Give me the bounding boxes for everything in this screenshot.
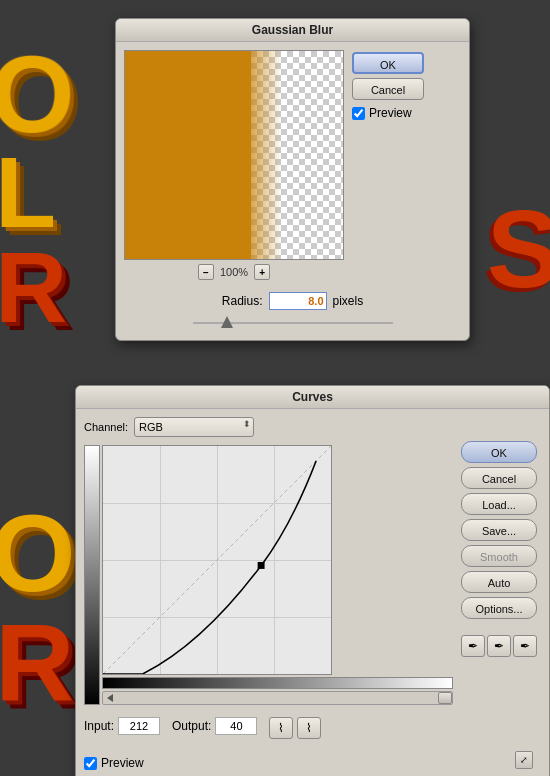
input-item: Input: xyxy=(84,713,160,739)
curves-scrollbar[interactable] xyxy=(102,691,453,705)
gaussian-blur-dialog: Gaussian Blur − 100% + OK xyxy=(115,18,470,341)
pixels-label: pixels xyxy=(333,294,364,308)
scroll-left-arrow xyxy=(107,694,113,702)
curves-right-panel: OK Cancel Load... Save... Smooth Auto Op… xyxy=(461,417,541,739)
eyedropper-row: ⌇ ⌇ xyxy=(269,717,321,739)
eyedropper-gray[interactable]: ✒ xyxy=(487,635,511,657)
curves-svg xyxy=(103,446,331,674)
gaussian-bottom-panel: Radius: pixels xyxy=(116,288,469,340)
zoom-level: 100% xyxy=(220,266,248,278)
gaussian-preview-canvas xyxy=(124,50,344,260)
radius-row: Radius: pixels xyxy=(124,292,461,310)
gaussian-preview-row: Preview xyxy=(352,106,424,120)
eyedropper-white[interactable]: ✒ xyxy=(513,635,537,657)
gaussian-blur-titlebar: Gaussian Blur xyxy=(116,19,469,42)
curves-options-button[interactable]: Options... xyxy=(461,597,537,619)
curve-btn-1[interactable]: ⌇ xyxy=(269,717,293,739)
curves-left-panel: Channel: RGB Red Green Blue xyxy=(84,417,453,739)
curves-body: Channel: RGB Red Green Blue xyxy=(76,409,549,747)
curves-load-button[interactable]: Load... xyxy=(461,493,537,515)
curves-ok-button[interactable]: OK xyxy=(461,441,537,463)
gaussian-preview-label: Preview xyxy=(369,106,412,120)
radius-slider[interactable] xyxy=(193,316,393,330)
input-output-row: Input: Output: ⌇ ⌇ xyxy=(84,713,453,739)
scroll-thumb[interactable] xyxy=(438,692,452,704)
zoom-controls: − 100% + xyxy=(124,264,344,280)
curves-save-button[interactable]: Save... xyxy=(461,519,537,541)
gradient-bar-horizontal xyxy=(102,677,453,689)
zoom-in-button[interactable]: + xyxy=(254,264,270,280)
channel-row: Channel: RGB Red Green Blue xyxy=(84,417,453,437)
curves-auto-button[interactable]: Auto xyxy=(461,571,537,593)
gaussian-blur-title: Gaussian Blur xyxy=(252,23,333,37)
curves-titlebar: Curves xyxy=(76,386,549,409)
blur-fade xyxy=(238,51,282,259)
input-field[interactable] xyxy=(118,717,160,735)
eyedropper-black[interactable]: ✒ xyxy=(461,635,485,657)
channel-select-wrapper: RGB Red Green Blue xyxy=(134,417,254,437)
radius-label: Radius: xyxy=(222,294,263,308)
gradient-bar-vertical xyxy=(84,445,100,705)
curves-cancel-button[interactable]: Cancel xyxy=(461,467,537,489)
output-label: Output: xyxy=(172,719,211,733)
curves-graph[interactable] xyxy=(102,445,332,675)
bg-letter-r-top: R xyxy=(0,230,67,345)
channel-select[interactable]: RGB Red Green Blue xyxy=(134,417,254,437)
svg-line-0 xyxy=(103,446,331,674)
bg-letter-o-bot: O xyxy=(0,489,76,616)
gaussian-ok-button[interactable]: OK xyxy=(352,52,424,74)
gaussian-preview-checkbox[interactable] xyxy=(352,107,365,120)
svg-rect-1 xyxy=(258,562,265,569)
bg-letter-s: S xyxy=(487,185,550,312)
curves-graph-container xyxy=(84,445,453,705)
slider-thumb xyxy=(221,316,233,328)
output-item: Output: xyxy=(172,713,257,739)
curves-bottom: Preview ⤢ xyxy=(76,747,549,776)
curves-preview-checkbox[interactable] xyxy=(84,757,97,770)
curves-title: Curves xyxy=(292,390,333,404)
curves-preview-row: Preview xyxy=(84,756,144,770)
bg-letter-r-bot: R xyxy=(0,599,74,726)
zoom-out-button[interactable]: − xyxy=(198,264,214,280)
expand-icon[interactable]: ⤢ xyxy=(515,751,533,769)
gaussian-right-panel: OK Cancel Preview xyxy=(352,50,424,280)
curves-dialog: Curves Channel: RGB Red Green Blue xyxy=(75,385,550,776)
eyedropper-group: ✒ ✒ ✒ xyxy=(461,635,541,657)
input-label: Input: xyxy=(84,719,114,733)
curves-smooth-button[interactable]: Smooth xyxy=(461,545,537,567)
gaussian-preview-area: − 100% + xyxy=(124,50,344,280)
radius-input[interactable] xyxy=(269,292,327,310)
channel-label: Channel: xyxy=(84,421,128,433)
orange-fill xyxy=(125,51,251,259)
gaussian-cancel-button[interactable]: Cancel xyxy=(352,78,424,100)
curve-btn-2[interactable]: ⌇ xyxy=(297,717,321,739)
output-field[interactable] xyxy=(215,717,257,735)
curves-preview-label: Preview xyxy=(101,756,144,770)
